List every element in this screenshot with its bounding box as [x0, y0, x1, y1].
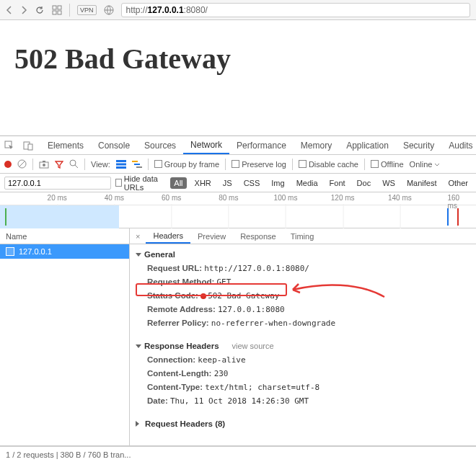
svg-rect-19: [134, 164, 140, 165]
svg-rect-17: [116, 166, 126, 169]
filter-type-ws[interactable]: WS: [379, 177, 399, 189]
search-icon[interactable]: [69, 159, 79, 169]
tab-security[interactable]: Security: [396, 136, 441, 154]
filter-type-other[interactable]: Other: [444, 177, 472, 189]
disable-cache-checkbox[interactable]: Disable cache: [299, 160, 358, 169]
request-name: 127.0.0.1: [19, 247, 52, 256]
view-label: View:: [91, 160, 110, 169]
svg-rect-18: [132, 161, 138, 162]
preserve-log-checkbox[interactable]: Preserve log: [232, 160, 286, 169]
view-source-link[interactable]: view source: [232, 342, 274, 350]
url-port: :8080/: [184, 5, 208, 15]
url-host: 127.0.0.1: [148, 5, 184, 15]
detail-tabs: × Headers Preview Response Timing: [130, 228, 476, 244]
svg-rect-3: [58, 11, 61, 14]
filter-input[interactable]: [4, 177, 111, 190]
back-button[interactable]: [6, 6, 13, 14]
filter-type-img[interactable]: Img: [268, 177, 288, 189]
filter-type-doc[interactable]: Doc: [353, 177, 375, 189]
tab-application[interactable]: Application: [339, 136, 396, 154]
general-section: General Request URL: http://127.0.0.1:80…: [130, 244, 476, 336]
network-toolbar: View: Group by frame Preserve log Disabl…: [0, 155, 476, 174]
general-title[interactable]: General: [136, 247, 470, 262]
page-viewport: 502 Bad Gateway: [0, 20, 476, 135]
url-prefix: http://: [126, 5, 148, 15]
offline-checkbox[interactable]: Offline: [371, 160, 404, 169]
tab-audits[interactable]: Audits: [441, 136, 476, 154]
inspect-element-icon[interactable]: [0, 136, 19, 154]
filter-type-manifest[interactable]: Manifest: [403, 177, 441, 189]
status-dot-icon: [200, 293, 206, 299]
tab-sources[interactable]: Sources: [137, 136, 183, 154]
filter-type-font[interactable]: Font: [326, 177, 349, 189]
online-dropdown[interactable]: Online: [410, 160, 441, 169]
devtools-tabs: Elements Console Sources Network Perform…: [0, 136, 476, 155]
response-headers-title[interactable]: Response Headersview source: [136, 339, 470, 353]
dtab-preview[interactable]: Preview: [190, 228, 233, 244]
svg-rect-2: [53, 11, 56, 14]
tab-memory[interactable]: Memory: [294, 136, 339, 154]
request-list: Name 127.0.0.1: [0, 228, 130, 445]
waterfall-icon[interactable]: [132, 160, 142, 169]
status-code-row: Status Code: 502 Bad Gateway: [136, 289, 470, 303]
large-rows-icon[interactable]: [116, 160, 126, 169]
hide-data-urls-checkbox[interactable]: Hide data URLs: [115, 174, 166, 192]
url-bar[interactable]: http://127.0.0.1:8080/: [121, 3, 470, 17]
network-body: Name 127.0.0.1 × Headers Preview Respons…: [0, 228, 476, 446]
file-icon: [6, 247, 14, 256]
status-text: 1 / 2 requests | 380 B / 760 B tran...: [6, 450, 131, 459]
svg-rect-12: [43, 161, 45, 162]
svg-point-11: [43, 164, 45, 166]
globe-icon: [104, 5, 114, 15]
capture-screenshot-icon[interactable]: [39, 160, 49, 169]
dtab-response[interactable]: Response: [233, 228, 283, 244]
clear-button[interactable]: [17, 159, 27, 169]
close-details-icon[interactable]: ×: [130, 228, 146, 244]
network-filter-bar: Hide data URLs All XHR JS CSS Img Media …: [0, 174, 476, 192]
tab-console[interactable]: Console: [91, 136, 137, 154]
devtools-panel: Elements Console Sources Network Perform…: [0, 135, 476, 462]
request-headers-title[interactable]: Request Headers (8): [136, 417, 470, 431]
filter-type-js[interactable]: JS: [219, 177, 236, 189]
svg-rect-20: [136, 166, 142, 168]
filter-type-xhr[interactable]: XHR: [191, 177, 215, 189]
tab-performance[interactable]: Performance: [229, 136, 294, 154]
record-button[interactable]: [4, 161, 12, 168]
svg-rect-16: [116, 163, 126, 165]
svg-point-13: [70, 160, 76, 166]
forward-button[interactable]: [20, 6, 27, 14]
dtab-timing[interactable]: Timing: [283, 228, 322, 244]
filter-type-media[interactable]: Media: [293, 177, 322, 189]
response-headers-section: Response Headersview source Connection: …: [130, 336, 476, 414]
name-header: Name: [0, 228, 129, 244]
apps-button[interactable]: [52, 5, 62, 15]
tab-elements[interactable]: Elements: [40, 136, 91, 154]
filter-type-css[interactable]: CSS: [240, 177, 264, 189]
svg-rect-1: [58, 6, 61, 9]
svg-line-9: [19, 161, 25, 166]
tab-network[interactable]: Network: [183, 136, 229, 154]
svg-line-14: [75, 165, 78, 168]
status-bar: 1 / 2 requests | 380 B / 760 B tran...: [0, 446, 476, 462]
request-details: × Headers Preview Response Timing Genera…: [130, 228, 476, 445]
filter-icon[interactable]: [55, 160, 63, 169]
svg-rect-15: [116, 160, 126, 162]
group-by-frame-checkbox[interactable]: Group by frame: [154, 160, 219, 169]
request-row[interactable]: 127.0.0.1: [0, 244, 129, 259]
device-toggle-icon[interactable]: [19, 136, 38, 154]
browser-toolbar: VPN http://127.0.0.1:8080/: [0, 0, 476, 20]
reload-button[interactable]: [35, 5, 45, 15]
vpn-badge[interactable]: VPN: [77, 5, 97, 15]
page-heading: 502 Bad Gateway: [14, 42, 462, 76]
network-timeline[interactable]: 20 ms 40 ms 60 ms 80 ms 100 ms 120 ms 14…: [0, 192, 476, 228]
filter-type-all[interactable]: All: [170, 177, 186, 189]
request-headers-section: Request Headers (8): [130, 414, 476, 437]
svg-rect-0: [53, 6, 56, 9]
dtab-headers[interactable]: Headers: [146, 228, 190, 244]
svg-rect-7: [28, 144, 32, 150]
